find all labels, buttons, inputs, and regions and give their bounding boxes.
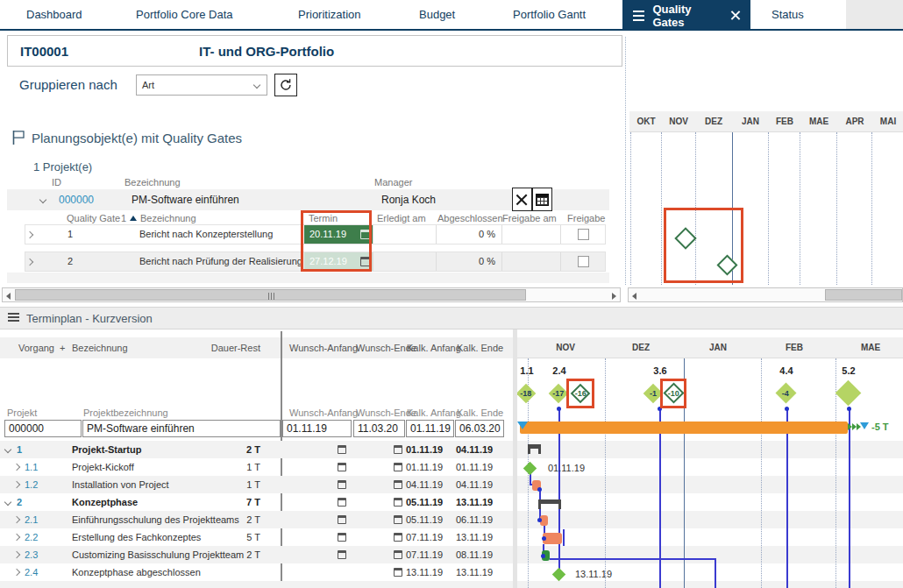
group-by-select[interactable]: Art	[136, 74, 267, 96]
month-label: JAN	[742, 117, 759, 126]
gridline	[605, 358, 606, 588]
h-scrollbar-left[interactable]	[2, 287, 621, 302]
milestone-diamond-4-4[interactable]: -4	[775, 382, 796, 403]
task-row[interactable]: 2.1Einführungsschulung des Projektteams2…	[0, 511, 513, 528]
calendar-icon[interactable]	[338, 463, 346, 471]
tab-prioritization[interactable]: Prioritization	[298, 0, 361, 29]
calendar-icon[interactable]	[338, 498, 346, 507]
refresh-button[interactable]	[274, 74, 297, 96]
tab-quality-gates[interactable]: Quality Gates	[622, 0, 750, 31]
wish-end-field[interactable]: 11.03.20	[353, 420, 405, 437]
tab-portfolio-gantt[interactable]: Portfolio Gantt	[513, 0, 586, 29]
calc-start-field[interactable]: 01.11.19	[406, 420, 454, 437]
milestone-diamond-5-2[interactable]	[835, 380, 862, 407]
col-vorgang[interactable]: Vorgang	[18, 343, 54, 353]
calendar-icon[interactable]	[394, 550, 402, 559]
summary-bar-1[interactable]	[528, 444, 541, 454]
scrollbar-thumb[interactable]	[825, 289, 902, 301]
project-name-field[interactable]: PM-Software einführen	[82, 420, 281, 437]
project-bar[interactable]	[520, 422, 848, 434]
expand-icon[interactable]	[13, 551, 20, 558]
tab-status[interactable]: Status	[771, 0, 804, 29]
expand-icon[interactable]	[13, 569, 20, 576]
task-row[interactable]: 2.2Erstellung des Fachkonzeptes5 T 07.11…	[0, 528, 513, 546]
expand-icon[interactable]	[13, 481, 20, 488]
col-kalk-anfang2: Kalk. Anfang	[407, 407, 461, 418]
terminplan-table: Vorgang + Bezeichnung Dauer-Rest Wunsch-…	[0, 329, 513, 588]
milestone-diamond-2-4[interactable]: -17	[549, 384, 569, 404]
col-kalk-ende[interactable]: Kalk. Ende	[457, 343, 503, 353]
approval-checkbox[interactable]	[578, 256, 589, 267]
task-milestone-2-4[interactable]	[552, 568, 566, 582]
menu-icon[interactable]	[633, 11, 644, 12]
section-title: Planungsobjekt(e) mit Quality Gates	[32, 131, 242, 145]
project-id-field[interactable]: 000000	[4, 420, 82, 437]
task-row[interactable]: 2Konzeptphase7 T 05.11.1913.11.19	[0, 493, 513, 511]
milestone-label: 5.2	[842, 365, 855, 376]
menu-icon[interactable]	[8, 313, 19, 315]
h-scrollbar-right[interactable]	[628, 287, 903, 302]
calendar-icon[interactable]	[338, 533, 346, 542]
calendar-icon[interactable]	[394, 445, 402, 454]
terminplan-colheader: Vorgang + Bezeichnung Dauer-Rest Wunsch-…	[0, 337, 513, 358]
task-milestone-1-1[interactable]	[523, 462, 537, 476]
gate-completed: 0 %	[436, 225, 501, 244]
milestone-diamond-1-1[interactable]: -18	[517, 384, 536, 404]
collapse-icon[interactable]	[39, 196, 46, 203]
calendar-icon[interactable]	[338, 445, 346, 454]
task-row[interactable]: 1.1Projekt-Kickoff1 T 01.11.1901.11.19	[0, 458, 513, 476]
calendar-icon[interactable]	[394, 498, 402, 507]
gcol-gate: Quality Gate	[67, 213, 120, 223]
wish-start-field[interactable]: 01.11.19	[282, 420, 352, 437]
scroll-right-icon[interactable]	[612, 293, 616, 300]
gcol-sort[interactable]: 1	[121, 213, 126, 223]
task-row[interactable]: 1.2Installation von Project1 T 04.11.190…	[0, 476, 513, 493]
connector-dot	[785, 407, 789, 411]
panel-splitter[interactable]	[625, 37, 626, 285]
scroll-left-icon[interactable]	[632, 293, 636, 300]
project-id-link[interactable]: 000000	[59, 194, 94, 206]
expand-icon[interactable]	[26, 231, 33, 238]
collapse-icon[interactable]	[4, 499, 11, 506]
terminplan-gantt: NOV DEZ JAN FEB MAE 1.1 2.4 3.6 4.4 5.2 …	[517, 329, 903, 588]
scroll-left-icon[interactable]	[6, 293, 11, 300]
tab-dashboard[interactable]: Dashboard	[26, 0, 82, 29]
milestone-label: 1.1	[520, 365, 533, 376]
calendar-icon[interactable]	[394, 480, 402, 489]
gridline	[661, 132, 662, 285]
calendar-icon[interactable]	[394, 463, 402, 471]
portfolio-id: IT00001	[20, 44, 68, 59]
add-column-icon[interactable]: +	[60, 343, 65, 353]
expand-icon[interactable]	[13, 464, 20, 471]
approval-checkbox[interactable]	[578, 229, 589, 240]
col-bezeichnung[interactable]: Bezeichnung	[72, 343, 128, 353]
collapse-icon[interactable]	[4, 446, 11, 453]
calendar-icon[interactable]	[338, 480, 346, 489]
tab-budget[interactable]: Budget	[419, 0, 455, 29]
close-tab-icon[interactable]	[730, 11, 740, 20]
col-dauer-rest[interactable]: Dauer-Rest	[210, 343, 260, 353]
calendar-icon[interactable]	[338, 550, 346, 559]
expand-icon[interactable]	[26, 259, 33, 266]
task-row[interactable]: 2.3Customizing Basisschulung Projektteam…	[0, 546, 513, 563]
calendar-icon[interactable]	[338, 515, 346, 524]
tab-quality-gates-label: Quality Gates	[652, 3, 722, 29]
task-row[interactable]: 2.4Konzeptphase abgeschlossen 13.11.1913…	[0, 563, 513, 581]
scrollbar-thumb[interactable]	[15, 289, 526, 301]
gate-done-on	[373, 225, 436, 244]
expand-icon[interactable]	[13, 534, 20, 541]
month-label: MAE	[809, 117, 828, 126]
col-kalk-anfang[interactable]: Kalk. Anfang	[407, 343, 461, 353]
expand-icon[interactable]	[13, 516, 20, 523]
summary-bar-2[interactable]	[538, 499, 561, 509]
delete-button[interactable]	[512, 188, 532, 211]
calendar-button[interactable]	[532, 188, 552, 211]
calendar-icon[interactable]	[394, 533, 402, 542]
col-wunsch-anfang[interactable]: Wunsch-Anfang	[289, 343, 358, 353]
calendar-icon[interactable]	[394, 515, 402, 524]
calendar-icon[interactable]	[394, 568, 402, 577]
tabbar-corner	[846, 0, 903, 29]
tab-portfolio-core-data[interactable]: Portfolio Core Data	[136, 0, 233, 29]
task-row[interactable]: 1Projekt-Startup2 T 01.11.1904.11.19	[0, 441, 513, 458]
calc-end-field[interactable]: 06.03.20	[455, 420, 504, 437]
